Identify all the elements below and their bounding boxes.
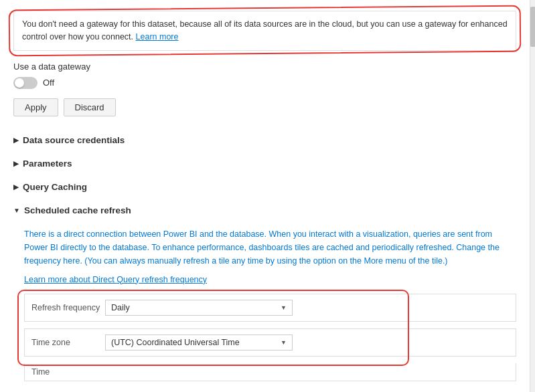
toggle-state-label: Off	[43, 78, 54, 88]
refresh-frequency-row: Refresh frequency Daily ▼	[24, 294, 516, 322]
arrow-right-icon	[13, 136, 19, 144]
data-source-credentials-label: Data source credentials	[23, 135, 125, 145]
time-zone-select[interactable]: (UTC) Coordinated Universal Time ▼	[105, 334, 293, 351]
time-label-text: Time	[31, 367, 50, 377]
gateway-info-text: You don't need a gateway for this datase…	[22, 19, 508, 41]
apply-button[interactable]: Apply	[13, 98, 58, 116]
toggle-knob	[15, 78, 24, 88]
scheduled-info-text: There is a direct connection between Pow…	[24, 227, 516, 268]
scrollbar[interactable]	[530, 0, 535, 392]
scheduled-cache-refresh-label: Scheduled cache refresh	[24, 205, 131, 215]
parameters-header[interactable]: Parameters	[13, 153, 516, 174]
gateway-info-box: You don't need a gateway for this datase…	[13, 11, 516, 51]
data-source-credentials-section: Data source credentials	[13, 130, 516, 151]
scheduled-cache-refresh-section: Scheduled cache refresh There is a direc…	[13, 200, 516, 388]
data-source-credentials-header[interactable]: Data source credentials	[13, 130, 516, 151]
time-zone-arrow-icon: ▼	[281, 339, 287, 346]
gateway-toggle[interactable]	[13, 77, 37, 89]
arrow-down-icon	[13, 207, 20, 214]
time-zone-value: (UTC) Coordinated Universal Time	[111, 338, 240, 347]
refresh-frequency-label: Refresh frequency	[31, 303, 105, 312]
refresh-frequency-select[interactable]: Daily ▼	[105, 300, 293, 316]
query-caching-label: Query Caching	[23, 182, 87, 192]
scrollbar-thumb[interactable]	[530, 7, 535, 47]
scheduled-cache-refresh-header[interactable]: Scheduled cache refresh	[13, 200, 516, 221]
time-zone-row: Time zone (UTC) Coordinated Universal Ti…	[24, 328, 516, 357]
use-gateway-label: Use a data gateway	[13, 62, 516, 72]
parameters-section: Parameters	[13, 153, 516, 174]
arrow-right-icon-3	[13, 183, 19, 191]
time-zone-label: Time zone	[31, 338, 105, 347]
select-arrow-icon: ▼	[281, 304, 287, 311]
query-caching-header[interactable]: Query Caching	[13, 177, 516, 197]
direct-query-learn-more-link[interactable]: Learn more about Direct Query refresh fr…	[24, 275, 207, 284]
time-row: Time	[24, 363, 516, 381]
refresh-frequency-value: Daily	[111, 303, 130, 312]
learn-more-link[interactable]: Learn more	[136, 32, 179, 41]
query-caching-section: Query Caching	[13, 177, 516, 197]
arrow-right-icon-2	[13, 160, 19, 167]
parameters-label: Parameters	[23, 159, 72, 169]
scheduled-cache-refresh-content: There is a direct connection between Pow…	[13, 221, 516, 388]
discard-button[interactable]: Discard	[64, 98, 116, 116]
